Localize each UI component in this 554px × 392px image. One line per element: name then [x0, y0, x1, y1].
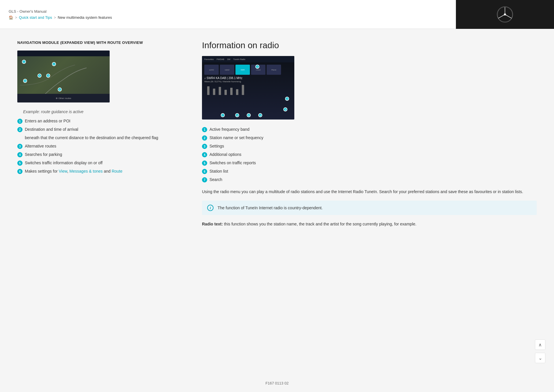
nav-ui-map: 1 2 5 4 6 3: [17, 56, 110, 94]
link-messages-tones[interactable]: Messages & tones: [70, 169, 103, 173]
ctrl-bar-7: [242, 85, 244, 95]
radio-list-item-5: 5 Switches on traffic reports: [202, 160, 537, 166]
nav-item-6-text: Makes settings for View, Messages & tone…: [25, 168, 122, 174]
example-text: Example: route guidance is active: [23, 109, 185, 114]
nav-list-item-1: 1 Enters an address or POI: [17, 118, 185, 124]
nav-list-item-4: 4 Searches for parking: [17, 152, 185, 158]
nav-list-item-6: 6 Makes settings for View, Messages & to…: [17, 168, 185, 174]
ctrl-bar-4: [224, 90, 227, 95]
radio-topbar-label1: Favourites: [204, 58, 214, 60]
radio-note-label: Radio text:: [202, 222, 223, 226]
radio-tile-2: nabb2: [220, 65, 234, 75]
header: GLS - Owner's Manual 🏠 > Quick start and…: [0, 0, 554, 29]
nav-badge-4: 4: [17, 152, 23, 157]
nav-screenshot: 1 2 5 4 6 3 ⊕ Other routes: [17, 51, 110, 102]
svg-line-4: [505, 14, 512, 18]
radio-item-6-text: Station list: [209, 168, 228, 174]
nav-feature-list-cont: 3 Alternative routes 4 Searches for park…: [17, 143, 185, 174]
radio-item-1-text: Active frequency band: [209, 126, 250, 132]
ctrl-bar-2: [213, 89, 215, 95]
ctrl-bar-6: [236, 89, 238, 95]
home-icon[interactable]: 🏠: [9, 15, 13, 20]
nav-badge-5: 5: [17, 160, 23, 166]
svg-line-3: [498, 14, 505, 18]
info-box: i The function of TuneIn Internet radio …: [202, 201, 537, 215]
radio-topbar-label4: TuneIn Radio: [233, 58, 245, 60]
radio-item-2-text: Station name or set frequency: [209, 135, 263, 141]
nav-item-3-text: Alternative routes: [25, 143, 56, 149]
nav-indent-text: beneath that the current distance to the…: [25, 135, 185, 141]
footer-code: F167 0113 02: [265, 381, 289, 385]
info-icon: i: [207, 205, 214, 211]
radio-section-title: Information on radio: [202, 40, 537, 50]
breadcrumb-separator-2: >: [54, 15, 56, 20]
radio-badge-1: 1: [202, 127, 207, 132]
radio-tile-4: Planet: [267, 65, 281, 75]
link-view[interactable]: View: [59, 169, 67, 173]
radio-list-item-6: 6 Station list: [202, 168, 537, 174]
radio-station-info: ♪ SWR4 KA DAB | 208.1 MHz Wawa (08. 5127…: [204, 76, 292, 83]
main-content: NAVIGATION MODULE (EXPANDED VIEW) WITH R…: [0, 29, 554, 375]
nav-ui-graphic: 1 2 5 4 6 3 ⊕ Other routes: [17, 51, 110, 102]
ctrl-bar-3: [219, 87, 221, 95]
radio-badge-3: 3: [202, 144, 207, 149]
breadcrumb-separator-1: >: [15, 15, 17, 20]
radio-controls-row: [204, 85, 292, 95]
nav-map-svg: [17, 56, 110, 94]
right-column: Information on radio Favourites FM/DAB S…: [202, 40, 537, 358]
radio-list-item-7: 7 Search: [202, 177, 537, 183]
nav-list-item-5: 5 Switches traffic information display o…: [17, 160, 185, 166]
scroll-down-button[interactable]: ⌄: [535, 353, 545, 363]
scroll-buttons: ∧ ⌄: [535, 339, 545, 363]
nav-section-title: NAVIGATION MODULE (EXPANDED VIEW) WITH R…: [17, 40, 185, 45]
nav-badge-2: 2: [17, 127, 23, 132]
radio-list-item-3: 3 Settings: [202, 143, 537, 149]
scroll-up-button[interactable]: ∧: [535, 339, 545, 350]
nav-item-2-text: Destination and time of arrival: [25, 126, 78, 132]
header-left: GLS - Owner's Manual 🏠 > Quick start and…: [0, 6, 121, 23]
radio-description: Using the radio menu you can play a mult…: [202, 188, 537, 195]
radio-note-body: this function shows you the station name…: [223, 222, 416, 226]
radio-item-7-text: Search: [209, 177, 222, 183]
breadcrumb: 🏠 > Quick start and Tips > New multimedi…: [9, 15, 112, 20]
radio-ui-topbar: Favourites FM/DAB SW TuneIn Radio: [202, 56, 294, 62]
radio-badge-7: 7: [202, 177, 207, 182]
breadcrumb-item-1[interactable]: Quick start and Tips: [19, 15, 52, 20]
radio-tiles-row: ws#k2 nabb2 SWR z-best Planet: [204, 65, 292, 75]
radio-badge-4: 4: [202, 152, 207, 157]
nav-item-1-text: Enters an address or POI: [25, 118, 70, 124]
info-box-text: The function of TuneIn Internet radio is…: [218, 206, 323, 210]
radio-item-5-text: Switches on traffic reports: [209, 160, 256, 166]
mercedes-logo-area: [456, 0, 554, 29]
radio-item-4-text: Additional options: [209, 152, 242, 158]
radio-badge-6: 6: [202, 169, 207, 174]
ctrl-bar-1: [207, 86, 209, 95]
footer: F167 0113 02: [0, 375, 554, 391]
radio-topbar-label3: SW: [227, 58, 230, 60]
nav-badge-1: 1: [17, 119, 23, 124]
radio-feature-list: 1 Active frequency band 2 Station name o…: [202, 126, 537, 183]
radio-list-item-4: 4 Additional options: [202, 152, 537, 158]
link-route[interactable]: Route: [112, 169, 122, 173]
nav-badge-6: 6: [17, 169, 23, 174]
manual-title: GLS - Owner's Manual: [9, 9, 112, 14]
nav-ui-topbar: [17, 51, 110, 56]
radio-list-item-1: 1 Active frequency band: [202, 126, 537, 132]
radio-ui-content: 1 ws#k2 nabb2 SWR z-best Planet ♪ SWR4 K…: [202, 62, 294, 97]
nav-item-5-text: Switches traffic information display on …: [25, 160, 103, 166]
nav-list-item-3: 3 Alternative routes: [17, 143, 185, 149]
mercedes-benz-logo: [496, 6, 514, 23]
left-column: NAVIGATION MODULE (EXPANDED VIEW) WITH R…: [17, 40, 185, 358]
radio-tile-1: ws#k2: [204, 65, 219, 75]
radio-badge-2: 2: [202, 135, 207, 141]
radio-text-note: Radio text: this function shows you the …: [202, 221, 537, 227]
breadcrumb-current: New multimedia system features: [58, 15, 112, 20]
nav-badge-3: 3: [17, 144, 23, 149]
nav-list-item-2: 2 Destination and time of arrival: [17, 126, 185, 132]
ctrl-bar-5: [230, 88, 233, 95]
radio-screenshot: Favourites FM/DAB SW TuneIn Radio 1 ws#k…: [202, 56, 294, 120]
nav-feature-list: 1 Enters an address or POI 2 Destination…: [17, 118, 185, 132]
radio-item-3-text: Settings: [209, 143, 224, 149]
nav-item-4-text: Searches for parking: [25, 152, 62, 158]
radio-topbar-label2: FM/DAB: [217, 58, 224, 60]
